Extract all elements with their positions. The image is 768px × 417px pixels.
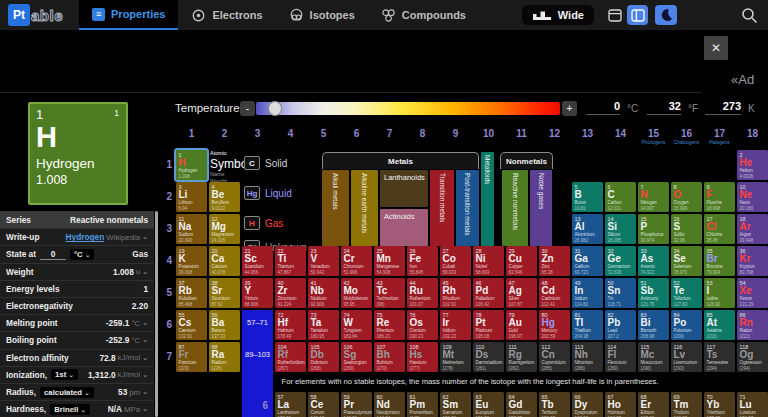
element-tile-Og[interactable]: 118OgOganesson(294) xyxy=(737,342,768,372)
element-tile-Sr[interactable]: 38SrStrontium87.62 xyxy=(209,278,240,308)
element-tile-Ta[interactable]: 73TaTantalum180.95 xyxy=(308,310,339,340)
chevron-down-icon[interactable]: ⌄ xyxy=(142,371,148,379)
element-tile-Gd[interactable]: 64GdGadolinium157.25 xyxy=(506,392,537,417)
element-tile-Xe[interactable]: 54XeXenon131.29 xyxy=(737,278,768,308)
element-tile-Cn[interactable]: 112CnCopernicium(285) xyxy=(539,342,570,372)
chevron-down-icon[interactable]: ⌄ xyxy=(142,268,148,276)
element-tile-Ds[interactable]: 110DsDarmstadtium(281) xyxy=(473,342,504,372)
element-tile-Rn[interactable]: 86RnRadon(222) xyxy=(737,310,768,340)
element-tile-Nh[interactable]: 113NhNihonium(286) xyxy=(572,342,603,372)
element-tile-Pt[interactable]: 78PtPlatinum195.08 xyxy=(473,310,504,340)
element-tile-Ba[interactable]: 56BaBarium137.33 xyxy=(209,310,240,340)
element-tile-V[interactable]: 23VVanadium50.942 xyxy=(308,246,339,276)
selected-element-card[interactable]: 1 1 H Hydrogen 1.008 xyxy=(28,102,128,205)
element-tile-Bi[interactable]: 83BiBismuth208.98 xyxy=(638,310,669,340)
element-tile-Al[interactable]: 13AlAluminium26.982 xyxy=(572,214,603,244)
element-tile-Sc[interactable]: 21ScScandium44.956 xyxy=(242,246,273,276)
temperature-minus-button[interactable]: - xyxy=(240,101,255,116)
element-tile-P[interactable]: 15PPhosphorus30.974 xyxy=(638,214,669,244)
wide-layout-button[interactable]: Wide xyxy=(522,5,594,25)
element-tile-Cr[interactable]: 24CrChromium51.996 xyxy=(341,246,372,276)
chevron-down-icon[interactable]: ⌄ xyxy=(142,336,148,344)
element-tile-Ag[interactable]: 47AgSilver107.87 xyxy=(506,278,537,308)
element-tile-Mo[interactable]: 42MoMolybdenum95.95 xyxy=(341,278,372,308)
element-tile-Kr[interactable]: 36KrKrypton83.798 xyxy=(737,246,768,276)
element-tile-Yb[interactable]: 70YbYtterbium173.05 xyxy=(704,392,735,417)
element-tile-B[interactable]: 5BBoron10.81 xyxy=(572,182,603,212)
element-tile-Tl[interactable]: 81TlThallium204.38 xyxy=(572,310,603,340)
element-tile-Y[interactable]: 39YYttrium88.906 xyxy=(242,278,273,308)
element-tile-Nd[interactable]: 60NdNeodymium144.24 xyxy=(374,392,405,417)
ptable-logo[interactable]: Pt able xyxy=(8,4,63,26)
metals-header[interactable]: Metals xyxy=(322,152,479,169)
element-tile-La[interactable]: 57LaLanthanum138.91 xyxy=(275,392,306,417)
element-tile-As[interactable]: 33AsArsenic74.922 xyxy=(638,246,669,276)
chevron-down-icon[interactable]: ⌄ xyxy=(142,405,148,413)
tab-compounds[interactable]: Compounds xyxy=(368,0,479,30)
state-legend-solid[interactable]: CSolid xyxy=(244,156,287,170)
element-tile-Zn[interactable]: 30ZnZinc65.38 xyxy=(539,246,570,276)
element-tile-Sb[interactable]: 51SbAntimony121.76 xyxy=(638,278,669,308)
category-noble-gases[interactable]: Noble gases xyxy=(530,170,552,246)
element-tile-Nb[interactable]: 41NbNiobium92.906 xyxy=(308,278,339,308)
element-tile-Ra[interactable]: 88RaRadium(226) xyxy=(209,342,240,372)
element-tile-Cl[interactable]: 17ClChlorine35.45 xyxy=(704,214,735,244)
element-tile-Db[interactable]: 105DbDubnium(268) xyxy=(308,342,339,372)
chevron-down-icon[interactable]: ⌄ xyxy=(142,233,148,241)
celsius-input[interactable]: 0 xyxy=(586,100,620,115)
element-tile-F[interactable]: 9FFluorine18.998 xyxy=(704,182,735,212)
element-tile-W[interactable]: 74WTungsten183.84 xyxy=(341,310,372,340)
element-tile-H[interactable]: 1HHydrogen1.008 xyxy=(176,150,207,180)
element-tile-Eu[interactable]: 63EuEuropium151.96 xyxy=(473,392,504,417)
element-tile-Br[interactable]: 35BrBromine79.904 xyxy=(704,246,735,276)
tab-electrons[interactable]: Electrons xyxy=(178,0,275,30)
lanthanoid-range[interactable]: 57–71 xyxy=(242,318,273,327)
fahrenheit-input[interactable]: 32 xyxy=(647,100,681,115)
state-temperature-input[interactable]: 0 xyxy=(40,249,66,260)
element-tile-Cs[interactable]: 55CsCaesium132.91 xyxy=(176,310,207,340)
element-tile-Zr[interactable]: 40ZrZirconium91.224 xyxy=(275,278,306,308)
element-tile-Pb[interactable]: 82PbLead207.2 xyxy=(605,310,636,340)
element-tile-C[interactable]: 6CCarbon12.011 xyxy=(605,182,636,212)
element-tile-Na[interactable]: 11NaSodium22.990 xyxy=(176,214,207,244)
temperature-slider-thumb[interactable] xyxy=(268,101,282,116)
element-tile-Sm[interactable]: 62SmSamarium150.36 xyxy=(440,392,471,417)
element-tile-Pm[interactable]: 61PmPromethium(145) xyxy=(407,392,438,417)
category-alkaline-earth-metals[interactable]: Alkaline earth metals xyxy=(351,170,378,246)
tab-properties[interactable]: ≡ Properties xyxy=(79,0,178,30)
category-actinoids[interactable]: Actinoids xyxy=(380,209,428,246)
layout-vertical-button[interactable] xyxy=(627,5,648,25)
element-tile-Au[interactable]: 79AuGold196.97 xyxy=(506,310,537,340)
element-tile-Ce[interactable]: 58CeCerium140.12 xyxy=(308,392,339,417)
element-tile-Te[interactable]: 52TeTellurium127.60 xyxy=(671,278,702,308)
properties-scrollbar[interactable] xyxy=(155,211,158,417)
writeup-link[interactable]: Hydrogen xyxy=(66,232,105,242)
element-tile-Dy[interactable]: 66DyDysprosium162.50 xyxy=(572,392,603,417)
element-tile-Ir[interactable]: 77IrIridium192.22 xyxy=(440,310,471,340)
element-tile-Os[interactable]: 76OsOsmium190.23 xyxy=(407,310,438,340)
element-tile-Lu[interactable]: 71LuLutetium174.97 xyxy=(737,392,768,417)
element-tile-Ne[interactable]: 10NeNeon20.180 xyxy=(737,182,768,212)
element-tile-Re[interactable]: 75ReRhenium186.21 xyxy=(374,310,405,340)
element-tile-O[interactable]: 8OOxygen15.999 xyxy=(671,182,702,212)
element-tile-Hg[interactable]: 80HgMercury200.59 xyxy=(539,310,570,340)
element-tile-Mc[interactable]: 115McMoscovium(290) xyxy=(638,342,669,372)
dark-mode-button[interactable] xyxy=(655,5,677,25)
chevron-down-icon[interactable]: ⌄ xyxy=(142,319,148,327)
element-tile-Rh[interactable]: 45RhRhodium102.91 xyxy=(440,278,471,308)
element-tile-Fl[interactable]: 114FlFlerovium(289) xyxy=(605,342,636,372)
chevron-down-icon[interactable]: ⌄ xyxy=(142,354,148,362)
category-transition-metals[interactable]: Transition metals xyxy=(430,170,454,246)
element-tile-Ga[interactable]: 31GaGallium69.723 xyxy=(572,246,603,276)
state-legend-gas[interactable]: HGas xyxy=(244,216,283,230)
element-tile-Rb[interactable]: 37RbRubidium85.468 xyxy=(176,278,207,308)
property-unit-select[interactable]: calculated ⌄ xyxy=(40,387,94,398)
element-tile-Lv[interactable]: 116LvLivermorium(293) xyxy=(671,342,702,372)
element-tile-Co[interactable]: 27CoCobalt58.933 xyxy=(440,246,471,276)
element-tile-Rg[interactable]: 111RgRoentgenium(282) xyxy=(506,342,537,372)
element-tile-At[interactable]: 85AtAstatine(210) xyxy=(704,310,735,340)
element-tile-K[interactable]: 19KPotassium39.098 xyxy=(176,246,207,276)
element-tile-Er[interactable]: 68ErErbium167.26 xyxy=(638,392,669,417)
element-tile-Ge[interactable]: 32GeGermanium72.630 xyxy=(605,246,636,276)
element-tile-Bh[interactable]: 107BhBohrium(270) xyxy=(374,342,405,372)
